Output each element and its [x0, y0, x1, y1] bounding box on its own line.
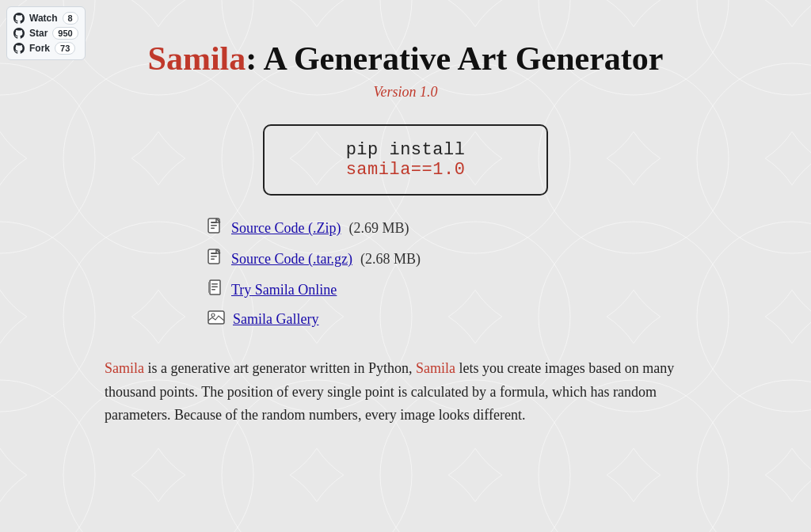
desc-part1: is a generative art generator written in… [144, 360, 416, 376]
watch-count: 8 [63, 12, 78, 25]
link-item-gallery: Samila Gallery [208, 310, 603, 329]
targz-size: (2.68 MB) [360, 251, 421, 268]
svg-rect-19 [208, 311, 224, 324]
star-label: Star [29, 28, 48, 39]
watch-label: Watch [29, 13, 58, 24]
install-command-box: pip install samila==1.0 [263, 124, 548, 196]
fork-count: 73 [55, 42, 75, 55]
links-section: Source Code (.Zip) (2.69 MB) Source Code… [208, 218, 603, 329]
title-samila: Samila [148, 40, 246, 77]
main-content: Samila: A Generative Art Generator Versi… [0, 0, 811, 459]
gallery-icon [208, 310, 225, 329]
zip-size: (2.69 MB) [348, 220, 409, 237]
watch-button[interactable]: Watch 8 [13, 12, 78, 25]
online-link[interactable]: Try Samila Online [231, 282, 337, 298]
notebook-icon [208, 279, 223, 301]
fork-label: Fork [29, 43, 50, 54]
targz-link[interactable]: Source Code (.tar.gz) [231, 251, 352, 268]
package-name: samila==1.0 [346, 160, 466, 180]
install-command-text: pip install samila==1.0 [346, 140, 466, 180]
title-rest: : A Generative Art Generator [246, 40, 663, 77]
github-icon-2 [13, 28, 25, 39]
zip-icon [208, 218, 223, 239]
star-count: 950 [52, 27, 78, 40]
description-text: Samila is a generative art generator wri… [97, 357, 714, 428]
zip-link[interactable]: Source Code (.Zip) [231, 220, 341, 237]
fork-button[interactable]: Fork 73 [13, 42, 78, 55]
gallery-link[interactable]: Samila Gallery [233, 311, 318, 328]
svg-rect-8 [211, 225, 217, 226]
github-icon-3 [13, 43, 25, 54]
samila-name-1: Samila [105, 360, 144, 376]
svg-rect-18 [211, 289, 215, 291]
targz-icon [208, 249, 223, 270]
svg-rect-16 [211, 283, 218, 285]
svg-rect-12 [211, 256, 217, 257]
svg-rect-15 [208, 282, 211, 293]
github-icon [13, 13, 25, 24]
svg-rect-17 [211, 287, 218, 288]
version-label: Version 1.0 [63, 84, 748, 101]
svg-rect-9 [211, 228, 215, 230]
svg-rect-13 [211, 259, 215, 260]
page-title: Samila: A Generative Art Generator [63, 40, 748, 78]
samila-name-2: Samila [416, 360, 455, 376]
star-button[interactable]: Star 950 [13, 27, 78, 40]
github-buttons-widget: Watch 8 Star 950 Fork 73 [6, 6, 86, 60]
link-item-online: Try Samila Online [208, 279, 603, 301]
link-item-zip: Source Code (.Zip) (2.69 MB) [208, 218, 603, 239]
link-item-targz: Source Code (.tar.gz) (2.68 MB) [208, 249, 603, 270]
pip-prefix: pip install [346, 140, 466, 160]
